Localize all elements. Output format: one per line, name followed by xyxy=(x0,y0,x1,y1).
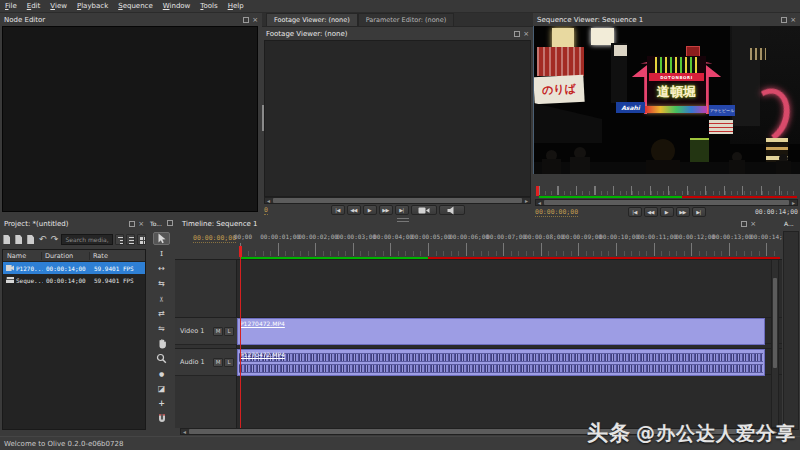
audio-clip[interactable]: P1270472.MP4 xyxy=(237,349,765,376)
ruler-label: 00:00:03;00 xyxy=(336,233,376,240)
scrollbar-handle[interactable] xyxy=(544,200,789,205)
frame-forward-button[interactable]: ▶▶ xyxy=(379,205,393,215)
tool-rolling[interactable]: ⇆ xyxy=(153,277,170,290)
search-input[interactable] xyxy=(61,234,113,245)
mute-button[interactable]: M xyxy=(213,358,223,367)
green-shopfront xyxy=(690,138,709,162)
float-icon[interactable] xyxy=(514,31,520,37)
scrollbar-handle[interactable] xyxy=(773,278,777,368)
menu-edit[interactable]: Edit xyxy=(22,2,46,10)
tool-zoom[interactable] xyxy=(153,352,170,365)
save-document-icon xyxy=(27,235,34,244)
close-icon[interactable]: × xyxy=(523,31,529,37)
tool-record[interactable]: ● xyxy=(153,367,170,380)
sequence-viewer-panel: Sequence Viewer: Sequence 1 × のりば DOTONB… xyxy=(533,13,800,216)
skip-end-button[interactable]: ▶| xyxy=(395,205,409,215)
float-icon[interactable] xyxy=(781,17,787,23)
menu-view[interactable]: View xyxy=(45,2,72,10)
audio-monitor-display xyxy=(783,231,799,430)
vertical-splitter-handle[interactable] xyxy=(262,105,264,131)
open-button[interactable] xyxy=(14,233,24,246)
menu-help[interactable]: Help xyxy=(223,2,249,10)
menu-playback[interactable]: Playback xyxy=(72,2,113,10)
tool-slide[interactable]: ⇋ xyxy=(153,322,170,335)
timeline-tracks-area[interactable]: Video 1 M L P1270472.MP4 Audio 1 M L xyxy=(175,259,782,428)
ruler-label: 00:00:12;00 xyxy=(675,233,715,240)
float-icon[interactable] xyxy=(243,17,249,23)
redo-button[interactable]: ↷ xyxy=(50,233,60,246)
watermark-handle: @办公达人爱分享 xyxy=(636,421,796,447)
media-rate: 59.9401 FPS xyxy=(91,277,145,284)
close-icon[interactable]: × xyxy=(138,221,144,227)
undo-button[interactable]: ↶ xyxy=(38,233,48,246)
menu-file[interactable]: File xyxy=(0,2,22,10)
dotonbori-text: DOTONBORI xyxy=(660,75,693,80)
scroll-left-icon[interactable]: ◂ xyxy=(536,200,543,205)
lock-button[interactable]: L xyxy=(224,358,234,367)
playhead-marker[interactable] xyxy=(239,246,242,257)
float-icon[interactable] xyxy=(129,221,135,227)
tab-parameter-editor[interactable]: Parameter Editor: (none) xyxy=(358,13,455,26)
close-icon[interactable]: × xyxy=(790,17,796,23)
timeline-vertical-scrollbar[interactable] xyxy=(771,259,779,428)
play-button[interactable]: ▶ xyxy=(363,205,377,215)
rainbow-neon-band xyxy=(645,106,707,113)
tool-snapping[interactable] xyxy=(153,412,170,425)
footage-viewer-scrollbar[interactable]: ◂ ▸ xyxy=(264,197,531,204)
slip-icon: ⇄ xyxy=(158,309,165,318)
list-header-row[interactable]: Name Duration Rate xyxy=(3,250,145,262)
float-icon[interactable] xyxy=(167,220,173,226)
footage-timecode[interactable]: 0 xyxy=(264,206,268,215)
viewer-scrollbar[interactable]: ◂ ▸ xyxy=(535,199,798,206)
list-view-button[interactable] xyxy=(126,234,135,245)
column-rate[interactable]: Rate xyxy=(89,252,145,260)
media-name: P1270... xyxy=(16,265,43,272)
mute-button[interactable]: M xyxy=(213,327,223,336)
timeline-ruler[interactable] xyxy=(240,243,780,256)
splitter-handle[interactable] xyxy=(397,218,409,222)
media-row-sequence[interactable]: Seque... 00:00:14;00 59.9401 FPS xyxy=(3,274,145,286)
menu-tools[interactable]: Tools xyxy=(195,2,222,10)
video-clip[interactable]: P1270472.MP4 xyxy=(237,318,765,345)
scroll-left-icon[interactable]: ◂ xyxy=(181,429,188,434)
node-editor-canvas[interactable] xyxy=(2,26,258,212)
tool-ripple[interactable]: ↔ xyxy=(153,262,170,275)
tab-footage-viewer[interactable]: Footage Viewer: (none) xyxy=(266,13,358,26)
new-button[interactable] xyxy=(2,233,12,246)
tool-razor[interactable]: ✂ xyxy=(153,292,170,305)
media-row-video[interactable]: P1270... 00:00:14;00 59.9401 FPS xyxy=(3,262,145,274)
scroll-left-icon[interactable]: ◂ xyxy=(265,198,272,203)
float-icon[interactable] xyxy=(741,221,747,227)
column-name[interactable]: Name xyxy=(3,252,41,260)
lock-button[interactable]: L xyxy=(224,327,234,336)
panel-title: To... xyxy=(150,220,162,227)
viewer-ruler[interactable] xyxy=(535,186,798,198)
tool-transition[interactable]: ◪ xyxy=(153,382,170,395)
skip-start-button[interactable]: |◀ xyxy=(331,205,345,215)
tool-hand[interactable] xyxy=(153,337,170,350)
tool-slip[interactable]: ⇄ xyxy=(153,307,170,320)
icon-view-button[interactable] xyxy=(137,234,146,245)
menu-window[interactable]: Window xyxy=(158,2,196,10)
tool-add[interactable]: + xyxy=(153,397,170,410)
column-duration[interactable]: Duration xyxy=(41,252,89,260)
track-label: Audio 1 xyxy=(180,358,205,366)
scroll-right-icon[interactable]: ▸ xyxy=(790,200,797,205)
tree-view-button[interactable] xyxy=(115,234,124,245)
drag-video-only-button[interactable] xyxy=(411,205,437,215)
drag-audio-only-button[interactable] xyxy=(439,205,465,215)
frame-back-button[interactable]: ◀◀ xyxy=(347,205,361,215)
tool-edit[interactable]: I xyxy=(153,247,170,260)
scroll-right-icon[interactable]: ▸ xyxy=(523,198,530,203)
close-icon[interactable]: × xyxy=(252,17,258,23)
tool-pointer[interactable] xyxy=(153,232,170,245)
playhead-line[interactable] xyxy=(240,257,241,428)
add-icon: + xyxy=(158,399,165,408)
audio-monitor-title-bar: A... xyxy=(782,216,800,230)
end-timecode: 00:00:14;00 xyxy=(755,208,798,216)
playhead-marker[interactable] xyxy=(536,186,539,196)
save-button[interactable] xyxy=(26,233,36,246)
menu-sequence[interactable]: Sequence xyxy=(113,2,158,10)
close-icon[interactable]: × xyxy=(750,221,756,227)
scrollbar-handle[interactable] xyxy=(273,198,522,203)
